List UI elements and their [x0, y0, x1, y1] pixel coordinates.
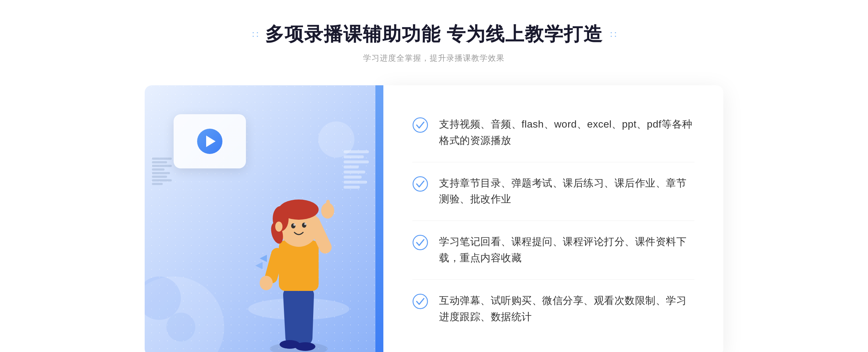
- person-illustration: [241, 157, 357, 352]
- svg-point-25: [413, 177, 427, 191]
- svg-point-27: [413, 294, 427, 309]
- svg-point-11: [260, 276, 273, 290]
- svg-marker-23: [255, 262, 263, 269]
- check-icon-4: [412, 293, 428, 309]
- main-content: 支持视频、音频、flash、word、excel、ppt、pdf等各种格式的资源…: [145, 85, 723, 352]
- page-subtitle: 学习进度全掌握，提升录播课教学效果: [363, 53, 505, 64]
- left-deco-bars: [152, 158, 174, 185]
- feature-item-2: 支持章节目录、弹题考试、课后练习、课后作业、章节测验、批改作业: [412, 162, 694, 221]
- figure-container: [241, 157, 357, 352]
- svg-rect-3: [296, 287, 314, 345]
- feature-text-1: 支持视频、音频、flash、word、excel、ppt、pdf等各种格式的资源…: [439, 116, 694, 149]
- header-section: ∷ 多项录播课辅助功能 专为线上教学打造 ∷ 学习进度全掌握，提升录播课教学效果: [252, 22, 616, 64]
- svg-point-5: [295, 342, 315, 351]
- check-icon-1: [412, 117, 428, 133]
- svg-point-19: [293, 224, 295, 226]
- left-decoration-dots: ∷: [252, 29, 258, 40]
- feature-text-3: 学习笔记回看、课程提问、课程评论打分、课件资料下载，重点内容收藏: [439, 234, 694, 266]
- feature-item-4: 互动弹幕、试听购买、微信分享、观看次数限制、学习进度跟踪、数据统计: [412, 280, 694, 338]
- page-wrapper: ∷ 多项录播课辅助功能 专为线上教学打造 ∷ 学习进度全掌握，提升录播课教学效果: [0, 0, 868, 352]
- title-row: ∷ 多项录播课辅助功能 专为线上教学打造 ∷: [252, 22, 616, 47]
- feature-text-4: 互动弹幕、试听购买、微信分享、观看次数限制、学习进度跟踪、数据统计: [439, 293, 694, 325]
- svg-point-20: [304, 223, 306, 225]
- page-title: 多项录播课辅助功能 专为线上教学打造: [265, 22, 603, 47]
- check-icon-3: [412, 235, 428, 250]
- check-icon-2: [412, 176, 428, 192]
- feature-item-3: 学习笔记回看、课程提问、课程评论打分、课件资料下载，重点内容收藏: [412, 221, 694, 280]
- svg-rect-9: [326, 200, 330, 213]
- svg-rect-6: [279, 240, 319, 291]
- video-bubble: [174, 114, 246, 168]
- play-icon: [197, 129, 222, 154]
- blue-accent-bar: [375, 85, 383, 352]
- features-panel: 支持视频、音频、flash、word、excel、ppt、pdf等各种格式的资源…: [383, 85, 723, 352]
- feature-text-2: 支持章节目录、弹题考试、课后练习、课后作业、章节测验、批改作业: [439, 175, 694, 208]
- svg-point-24: [413, 118, 427, 132]
- play-triangle: [206, 136, 216, 147]
- svg-marker-22: [260, 255, 267, 262]
- left-deco-circle2: [166, 313, 195, 342]
- feature-item-1: 支持视频、音频、flash、word、excel、ppt、pdf等各种格式的资源…: [412, 103, 694, 162]
- illustration-area: [145, 85, 383, 352]
- svg-point-21: [275, 222, 282, 232]
- right-decoration-dots: ∷: [610, 29, 616, 40]
- svg-point-26: [413, 235, 427, 250]
